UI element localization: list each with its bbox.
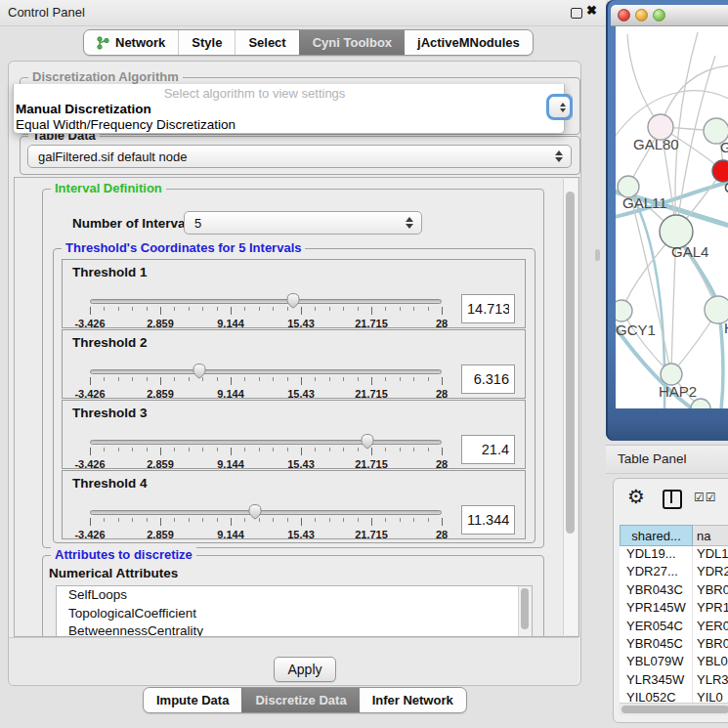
network-node-label: GAL4 — [671, 243, 708, 260]
table-row[interactable]: YDL19...YDL1 — [620, 546, 728, 564]
threshold-slider[interactable]: -3.4262.8599.14415.4321.71528 — [90, 504, 442, 543]
table-panel-titlebar: Table Panel — [606, 445, 728, 474]
network-node-label: C — [724, 179, 728, 195]
slider-tick-labels: -3.4262.8599.14415.4321.71528 — [90, 458, 442, 470]
dropdown-placeholder-item[interactable]: Select algorithm to view settings — [14, 86, 495, 101]
cell-shared-name[interactable]: YDL19... — [620, 546, 693, 564]
cell-shared-name[interactable]: YBR043C — [620, 582, 693, 600]
updown-arrows-icon — [555, 150, 563, 162]
tab-jactivemnodules-label: jActiveMNodules — [417, 35, 520, 50]
table-row[interactable]: YBL079WYBL0 — [620, 654, 728, 671]
network-nodes[interactable]: GAL80GCGAL11GAL4GCY1HHAP2 — [616, 114, 728, 408]
network-node[interactable] — [661, 364, 682, 385]
column-header-name[interactable]: na — [693, 525, 728, 546]
table-row[interactable]: YBR045CYBR0 — [620, 636, 728, 654]
slider-tick-labels: -3.4262.8599.14415.4321.71528 — [90, 388, 442, 400]
table-panel-toolbar: ⚙ ☑☑ — [614, 479, 728, 522]
tab-style[interactable]: Style — [178, 30, 235, 55]
tab-cyni-toolbox-label: Cyni Toolbox — [313, 35, 392, 50]
column-header-shared-name[interactable]: shared... — [620, 525, 693, 546]
network-canvas[interactable]: GAL80GCGAL11GAL4GCY1HHAP2 — [616, 26, 728, 408]
float-window-icon[interactable] — [571, 8, 582, 19]
number-of-intervals-spinner[interactable]: 5 — [184, 211, 422, 235]
cell-name[interactable]: YBL0 — [693, 654, 728, 671]
cell-shared-name[interactable]: YBR045C — [620, 636, 693, 654]
cell-name[interactable]: YDR2 — [693, 564, 728, 581]
tab-discretize-data[interactable]: Discretize Data — [241, 688, 359, 712]
updown-arrows-icon — [560, 103, 566, 112]
network-node[interactable] — [691, 399, 710, 408]
table-row[interactable]: YBR043CYBR0 — [620, 582, 728, 600]
threshold-value-field[interactable] — [461, 505, 515, 535]
table-data-combobox[interactable]: galFiltered.sif default node — [27, 145, 572, 168]
number-of-intervals-label: Number of Intervals — [72, 216, 196, 231]
cell-name[interactable]: YLR3 — [693, 672, 728, 690]
threshold-value-field[interactable] — [461, 435, 515, 464]
dropdown-option-equal-width[interactable]: Equal Width/Frequency Discretization — [16, 117, 236, 132]
thresholds-group-label: Threshold's Coordinates for 5 Intervals — [62, 240, 305, 255]
threshold-slider[interactable]: -3.4262.8599.14415.4321.71528 — [90, 293, 442, 332]
cell-name[interactable]: YBR0 — [693, 636, 728, 654]
tab-select[interactable]: Select — [235, 30, 298, 55]
scrollbar-thumb[interactable] — [566, 192, 575, 534]
table-row[interactable]: YER054CYER0 — [620, 619, 728, 636]
table-row[interactable]: YLR345WYLR3 — [620, 672, 728, 690]
cell-name[interactable]: YER0 — [693, 619, 728, 636]
threshold-label: Threshold 2 — [72, 335, 148, 350]
minimize-traffic-light-icon[interactable] — [635, 9, 648, 21]
table-row[interactable]: YDR27...YDR2 — [620, 564, 728, 581]
table-row[interactable]: YPR145WYPR1 — [620, 600, 728, 618]
tab-infer-network[interactable]: Infer Network — [360, 688, 466, 712]
network-node-label: GCY1 — [616, 321, 656, 338]
screen: Control Panel ✖ Network Style Select Cyn… — [0, 0, 728, 728]
list-scrollbar[interactable] — [518, 586, 532, 637]
tab-network[interactable]: Network — [84, 30, 178, 55]
list-item[interactable]: BetweennessCentrality — [57, 622, 532, 637]
threshold-slider[interactable]: -3.4262.8599.14415.4321.71528 — [90, 434, 442, 473]
slider-track[interactable] — [90, 440, 442, 445]
tab-select-label: Select — [248, 35, 285, 50]
network-window: GAL80GCGAL11GAL4GCY1HHAP2 — [606, 0, 728, 441]
slider-ticks — [90, 518, 442, 527]
close-traffic-light-icon[interactable] — [618, 9, 630, 21]
threshold-value-field[interactable] — [461, 294, 515, 323]
table-panel-title: Table Panel — [618, 451, 687, 466]
tab-cyni-toolbox[interactable]: Cyni Toolbox — [299, 30, 405, 55]
cell-name[interactable]: YBR0 — [693, 582, 728, 600]
threshold-panel: Threshold 3 -3.4262.8599.14415.4321.7152… — [62, 400, 526, 469]
tab-jactivemnodules[interactable]: jActiveMNodules — [405, 30, 533, 55]
show-columns-icon[interactable] — [663, 490, 682, 509]
cell-shared-name[interactable]: YBL079W — [620, 654, 693, 671]
slider-track[interactable] — [90, 369, 442, 374]
scrollbar-thumb[interactable] — [521, 588, 529, 629]
network-window-titlebar[interactable] — [611, 5, 728, 26]
close-icon[interactable]: ✖ — [586, 3, 597, 18]
slider-track[interactable] — [90, 510, 442, 515]
network-icon — [97, 36, 109, 50]
gear-icon[interactable]: ⚙ — [627, 487, 645, 506]
list-item[interactable]: SelfLoops — [57, 586, 532, 605]
slider-track[interactable] — [90, 299, 442, 304]
select-attributes-icon[interactable]: ☑☑ — [694, 491, 717, 504]
cell-name[interactable]: YDL1 — [693, 546, 728, 564]
table-horizontal-scrollbar[interactable] — [620, 703, 728, 715]
apply-button[interactable]: Apply — [274, 657, 336, 682]
dropdown-option-manual[interactable]: Manual Discretization — [16, 102, 151, 116]
cell-shared-name[interactable]: YLR345W — [620, 672, 693, 690]
threshold-value-field[interactable] — [461, 364, 515, 394]
algorithm-combobox-arrow-button[interactable] — [546, 94, 573, 120]
scrollbar-thumb[interactable] — [621, 706, 728, 713]
list-item[interactable]: TopologicalCoefficient — [57, 605, 532, 623]
tab-impute-data[interactable]: Impute Data — [144, 688, 241, 712]
cell-shared-name[interactable]: YPR145W — [620, 600, 693, 618]
cell-shared-name[interactable]: YDR27... — [620, 564, 693, 581]
network-node[interactable] — [616, 300, 632, 321]
settings-scrollbar[interactable] — [563, 179, 578, 635]
panel-divider-handle[interactable] — [595, 249, 600, 261]
zoom-traffic-light-icon[interactable] — [653, 9, 665, 21]
cell-shared-name[interactable]: YER054C — [620, 619, 693, 636]
threshold-slider[interactable]: -3.4262.8599.14415.4321.71528 — [90, 364, 442, 403]
cell-name[interactable]: YPR1 — [693, 600, 728, 618]
control-panel-title: Control Panel — [8, 5, 85, 20]
threshold-label: Threshold 1 — [72, 265, 148, 279]
